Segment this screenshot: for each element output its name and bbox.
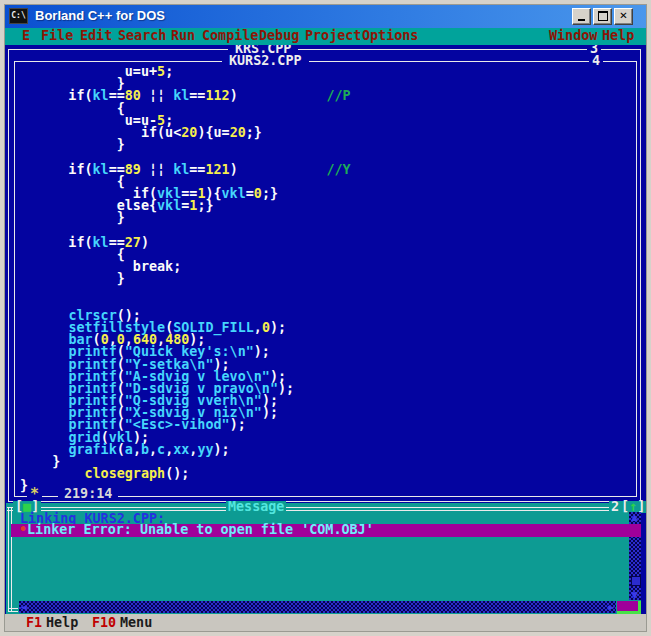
- menu-item-run[interactable]: Run: [171, 30, 195, 42]
- code-area[interactable]: u=u+5; } if(kl==80 ¦¦ kl==112) //P { u=u…: [20, 66, 351, 493]
- minimize-icon: [578, 19, 585, 21]
- menu-bar: EFileEditSearchRunCompileDebugProjectOpt…: [4, 28, 647, 45]
- minimize-button[interactable]: [572, 8, 591, 25]
- close-button[interactable]: ✕: [614, 8, 633, 25]
- menu-item-e[interactable]: E: [22, 30, 30, 42]
- status-bar: F1 Help F10 Menu: [4, 614, 647, 632]
- status-f10-label[interactable]: Menu: [120, 617, 152, 629]
- menu-item-window[interactable]: Window: [549, 30, 597, 42]
- error-text: Linker Error: Unable to open file 'COM.O…: [27, 522, 374, 537]
- scroll-down-icon[interactable]: ▼: [631, 589, 638, 601]
- error-bullet-icon: •: [19, 522, 27, 537]
- cursor-position: 219:14: [58, 488, 118, 500]
- code-line: }: [20, 212, 351, 224]
- menu-item-debug[interactable]: Debug: [259, 30, 299, 42]
- resize-corner-handle[interactable]: [617, 601, 641, 614]
- window-titlebar[interactable]: C:\ Borland C++ for DOS ✕: [4, 4, 647, 28]
- status-f1-label[interactable]: Help: [46, 617, 78, 629]
- inner-window-title[interactable]: KURS2.CPP: [222, 55, 309, 67]
- menu-item-help[interactable]: Help: [602, 30, 634, 42]
- menu-item-edit[interactable]: Edit: [80, 30, 112, 42]
- vertical-scroll-thumb[interactable]: [631, 576, 641, 586]
- menu-item-search[interactable]: Search: [118, 30, 166, 42]
- maximize-button[interactable]: [593, 8, 612, 25]
- editor-desktop[interactable]: KRS.CPP 3 KURS2.CPP 4 u=u+5; } if(kl==80…: [4, 45, 647, 503]
- menu-item-compile[interactable]: Compile: [202, 30, 258, 42]
- maximize-icon: [598, 11, 608, 21]
- message-window[interactable]: [■] Message 2 [↑] Linking KURS2.CPP: •Li…: [6, 503, 641, 614]
- message-error-line[interactable]: •Linker Error: Unable to open file 'COM.…: [11, 524, 641, 537]
- message-window-title[interactable]: Message: [226, 501, 286, 513]
- code-line: closegraph();: [20, 468, 351, 480]
- menu-item-file[interactable]: File: [41, 30, 73, 42]
- window-title: Borland C++ for DOS: [35, 4, 572, 28]
- window-controls: ✕: [572, 8, 633, 25]
- code-line: [20, 285, 351, 297]
- close-icon: ✕: [619, 11, 627, 21]
- scroll-right-icon[interactable]: ►: [608, 601, 615, 613]
- code-line: }: [20, 139, 351, 151]
- menu-item-options[interactable]: Options: [362, 30, 418, 42]
- status-f10-key[interactable]: F10: [92, 617, 116, 629]
- scroll-left-icon[interactable]: ◄: [20, 601, 27, 613]
- menu-item-project[interactable]: Project: [305, 30, 361, 42]
- horizontal-scrollbar[interactable]: ◄ ►: [19, 601, 616, 613]
- scroll-up-icon[interactable]: ▲: [631, 511, 638, 523]
- inner-window-number: 4: [589, 55, 603, 67]
- msdos-app-icon: C:\: [9, 8, 28, 24]
- message-window-corner: [8, 608, 18, 612]
- code-line: }: [20, 273, 351, 285]
- status-f1-key[interactable]: F1: [26, 617, 42, 629]
- borland-ide-window: C:\ Borland C++ for DOS ✕ EFileEditSearc…: [0, 0, 651, 636]
- code-line: grafik(a,b,c,xx,yy);: [20, 444, 351, 456]
